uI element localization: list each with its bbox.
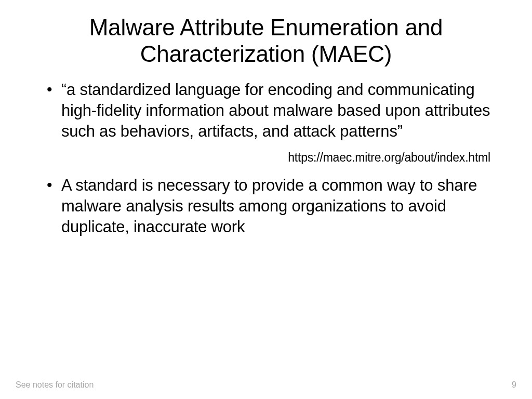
slide-title: Malware Attribute Enumeration and Charac…: [31, 15, 501, 67]
bullet-item: “a standardized language for encoding an…: [47, 79, 501, 141]
slide-footer: See notes for citation 9: [16, 380, 516, 390]
slide-content: “a standardized language for encoding an…: [31, 79, 501, 237]
bullet-item: A standard is necessary to provide a com…: [47, 175, 501, 237]
slide-container: Malware Attribute Enumeration and Charac…: [0, 0, 532, 399]
footer-note: See notes for citation: [16, 380, 94, 390]
citation-url: https://maec.mitre.org/about/index.html: [47, 151, 501, 165]
page-number: 9: [512, 380, 516, 390]
